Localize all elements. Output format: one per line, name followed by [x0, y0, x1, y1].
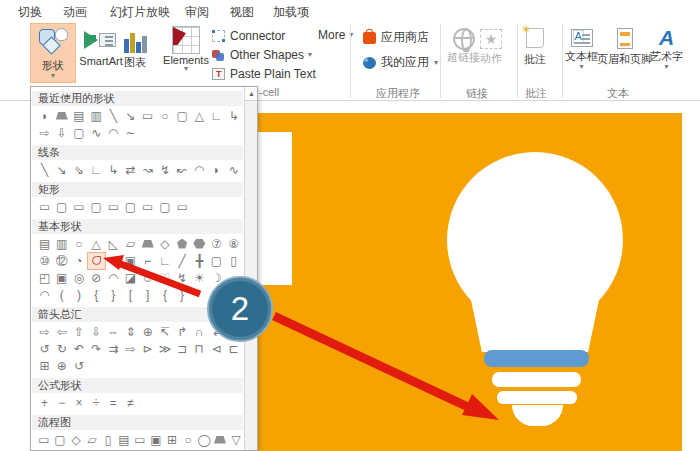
- shape-cell[interactable]: −: [53, 395, 70, 411]
- shape-cell[interactable]: ◗: [36, 108, 53, 124]
- shape-cell[interactable]: ▯: [100, 432, 116, 448]
- shape-cell[interactable]: ↻: [53, 341, 70, 357]
- shape-cell[interactable]: ÷: [88, 395, 105, 411]
- shape-cell[interactable]: ○: [156, 108, 173, 124]
- my-apps-button[interactable]: 我的应用 ▾: [363, 54, 438, 71]
- shape-cell-teardrop[interactable]: [88, 253, 105, 269]
- shape-cell[interactable]: ╋: [191, 253, 208, 269]
- shape-cell[interactable]: ↘: [53, 162, 70, 178]
- shape-cell-trapezoid[interactable]: [53, 108, 70, 124]
- shape-cell[interactable]: ⊲: [208, 341, 225, 357]
- shape-cell[interactable]: ▯: [225, 253, 242, 269]
- shape-cell[interactable]: ╲: [36, 162, 53, 178]
- shape-cell[interactable]: ∟: [88, 162, 105, 178]
- shape-cell[interactable]: ▤: [70, 108, 87, 124]
- shape-cell[interactable]: △: [88, 236, 105, 252]
- shape-cell[interactable]: ▭: [105, 199, 122, 215]
- shape-cell[interactable]: ▥: [53, 236, 70, 252]
- shape-cell[interactable]: ◎: [70, 270, 87, 286]
- shape-cell[interactable]: ▤: [116, 432, 132, 448]
- shape-cell[interactable]: ⇄: [122, 162, 139, 178]
- header-footer-button[interactable]: 页眉和页脚: [597, 28, 652, 67]
- shape-cell[interactable]: ○: [180, 432, 196, 448]
- shape-cell[interactable]: ⑦: [208, 236, 225, 252]
- shape-cell[interactable]: ⊘: [88, 270, 105, 286]
- shape-cell[interactable]: ▤: [36, 236, 53, 252]
- shape-cell[interactable]: ⊐: [174, 341, 191, 357]
- shape-cell[interactable]: ↱: [174, 324, 191, 340]
- shape-cell[interactable]: ▢: [174, 108, 191, 124]
- shape-cell[interactable]: ▭: [70, 199, 87, 215]
- shape-cell[interactable]: ≠: [122, 395, 139, 411]
- shape-cell[interactable]: ◇: [156, 236, 173, 252]
- shape-cell[interactable]: ): [70, 287, 87, 303]
- shape-cell[interactable]: ▭: [132, 432, 148, 448]
- shape-cell[interactable]: ▢: [88, 199, 105, 215]
- shape-cell[interactable]: ◇: [68, 432, 84, 448]
- shape-cell[interactable]: ╱: [174, 253, 191, 269]
- shape-cell[interactable]: [: [122, 287, 139, 303]
- slide-deco-rectangle[interactable]: [258, 132, 292, 285]
- shape-cell[interactable]: ⇦: [53, 324, 70, 340]
- shape-cell[interactable]: }: [174, 287, 191, 303]
- shape-cell[interactable]: ↺: [70, 358, 87, 374]
- shape-cell[interactable]: ⇘: [70, 162, 87, 178]
- wordart-button[interactable]: A 艺术字 ▾: [650, 27, 683, 70]
- shape-cell[interactable]: ⇩: [53, 125, 70, 141]
- shape-cell-hexagon[interactable]: [191, 236, 208, 252]
- shape-cell[interactable]: ⊕: [53, 358, 70, 374]
- shape-cell[interactable]: ♡: [156, 270, 173, 286]
- shape-cell-trapezoid[interactable]: [212, 432, 228, 448]
- action-button[interactable]: ★ 动作: [480, 29, 502, 66]
- shape-cell[interactable]: ⇩: [88, 324, 105, 340]
- shape-cell[interactable]: ↯: [156, 162, 173, 178]
- shape-cell[interactable]: ◔: [70, 253, 87, 269]
- elements-button[interactable]: Elements ▾: [160, 23, 212, 83]
- shape-cell[interactable]: ⇔: [105, 324, 122, 340]
- shape-cell[interactable]: ⇉: [105, 341, 122, 357]
- shape-cell[interactable]: ▱: [84, 432, 100, 448]
- shape-cell[interactable]: ∩: [191, 324, 208, 340]
- tab-transitions[interactable]: 切换: [18, 4, 42, 21]
- shape-cell[interactable]: ◖: [105, 253, 122, 269]
- tab-review[interactable]: 审阅: [185, 4, 209, 21]
- shape-cell[interactable]: ◰: [36, 270, 53, 286]
- shape-cell[interactable]: ▭: [139, 108, 156, 124]
- shape-cell[interactable]: ◠: [105, 270, 122, 286]
- shape-cell[interactable]: ∿: [88, 125, 105, 141]
- shape-cell[interactable]: ⇨: [36, 125, 53, 141]
- shape-cell[interactable]: ↺: [36, 341, 53, 357]
- shape-cell-pentagon[interactable]: [174, 236, 191, 252]
- shape-cell[interactable]: ⊳: [139, 341, 156, 357]
- shape-cell[interactable]: ↯: [174, 270, 191, 286]
- shape-cell[interactable]: ≫: [156, 341, 173, 357]
- shape-cell[interactable]: ⊞: [36, 358, 53, 374]
- shape-cell[interactable]: (: [53, 287, 70, 303]
- shape-cell[interactable]: ↜: [174, 162, 191, 178]
- shape-cell[interactable]: ↷: [88, 341, 105, 357]
- shape-cell[interactable]: ∟: [208, 108, 225, 124]
- shape-cell[interactable]: {: [156, 287, 173, 303]
- shape-cell[interactable]: ⊕: [139, 324, 156, 340]
- shape-cell[interactable]: ▢: [53, 199, 70, 215]
- shape-cell[interactable]: ⇧: [70, 324, 87, 340]
- shape-cell[interactable]: ◠: [191, 162, 208, 178]
- shape-cell[interactable]: ⇕: [122, 324, 139, 340]
- tab-slideshow[interactable]: 幻灯片放映: [110, 4, 170, 21]
- shape-cell[interactable]: ▭: [174, 199, 191, 215]
- shape-cell[interactable]: ◠: [36, 287, 53, 303]
- shape-cell[interactable]: ▢: [52, 432, 68, 448]
- shape-cell[interactable]: }: [105, 287, 122, 303]
- more-button[interactable]: More ▾: [318, 28, 353, 42]
- shape-cell[interactable]: ⊓: [191, 341, 208, 357]
- shape-cell[interactable]: ▢: [122, 199, 139, 215]
- shapes-button[interactable]: 形状 ▾: [30, 23, 76, 83]
- hyperlink-button[interactable]: ∞ 超链接: [447, 28, 480, 65]
- shape-cell[interactable]: ▢: [208, 253, 225, 269]
- shape-cell[interactable]: ↶: [70, 341, 87, 357]
- shape-cell[interactable]: ◠: [105, 125, 122, 141]
- shape-cell[interactable]: ▣: [122, 253, 139, 269]
- shape-cell[interactable]: ╲: [105, 108, 122, 124]
- shape-cell[interactable]: ◯: [196, 432, 212, 448]
- scroll-up-button[interactable]: ▲: [245, 87, 258, 101]
